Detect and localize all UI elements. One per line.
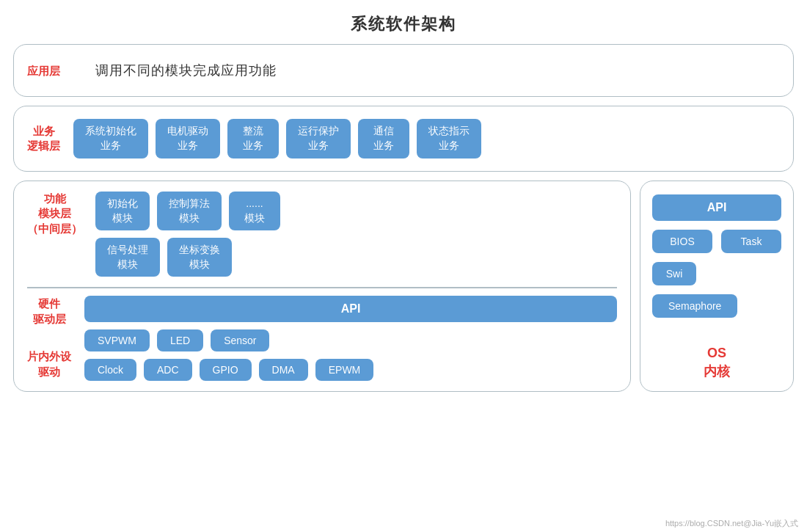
func-module-init: 初始化 模块 xyxy=(95,192,150,230)
periph-module-dma: DMA xyxy=(259,359,308,381)
func-row-2: 信号处理 模块 坐标变换 模块 xyxy=(95,238,280,277)
hw-api-bar: API xyxy=(84,296,617,322)
right-swi-btn: Swi xyxy=(652,262,696,285)
biz-module-5: 状态指示 业务 xyxy=(417,119,481,158)
right-panel: API BIOS Task Swi Semaphore OS 内核 xyxy=(640,181,794,392)
os-kernel-label: OS 内核 xyxy=(704,344,730,381)
biz-module-1: 电机驱动 业务 xyxy=(156,119,220,158)
periph-module-adc: ADC xyxy=(144,359,192,381)
periph-module-clock: Clock xyxy=(84,359,136,381)
periph-module-gpio: GPIO xyxy=(200,359,252,381)
biz-module-3: 运行保护 业务 xyxy=(286,119,351,158)
biz-modules: 系统初始化 业务 电机驱动 业务 整流 业务 运行保护 业务 通信 业务 状态指… xyxy=(73,119,481,158)
hw-modules-row: SVPWM LED Sensor xyxy=(84,329,617,351)
biz-module-2: 整流 业务 xyxy=(227,119,279,158)
biz-layer-label: 业务 逻辑层 xyxy=(27,124,60,154)
biz-layer-box: 业务 逻辑层 系统初始化 业务 电机驱动 业务 整流 业务 运行保护 业务 通信… xyxy=(13,106,794,172)
hw-label-col: 硬件 驱动层 片内外设 驱动 xyxy=(27,296,71,379)
page-title: 系统软件架构 xyxy=(0,0,807,44)
right-swi-row: Swi xyxy=(652,262,781,285)
left-combined-box: 功能 模块层 （中间层） 初始化 模块 控制算法 模块 ...... 模块 信号… xyxy=(13,181,631,392)
hw-content-col: API SVPWM LED Sensor Clock ADC GPIO D xyxy=(84,296,617,381)
watermark: https://blog.CSDN.net@Jia-Yu嵌入式 xyxy=(665,518,798,529)
app-layer-description: 调用不同的模块完成应用功能 xyxy=(95,62,277,79)
right-task-btn: Task xyxy=(721,230,781,253)
hw-driver-label: 硬件 驱动层 xyxy=(27,296,71,327)
func-layer-label: 功能 模块层 （中间层） xyxy=(27,192,82,236)
bottom-row: 功能 模块层 （中间层） 初始化 模块 控制算法 模块 ...... 模块 信号… xyxy=(13,181,794,392)
right-semaphore-row: Semaphore xyxy=(652,294,781,318)
periph-driver-label: 片内外设 驱动 xyxy=(27,349,71,379)
func-section: 功能 模块层 （中间层） 初始化 模块 控制算法 模块 ...... 模块 信号… xyxy=(14,181,630,287)
biz-module-0: 系统初始化 业务 xyxy=(73,119,148,158)
func-module-dots: ...... 模块 xyxy=(229,192,280,230)
app-layer-label: 应用层 xyxy=(27,63,60,79)
func-module-coord: 坐标变换 模块 xyxy=(167,238,232,277)
periph-module-epwm: EPWM xyxy=(315,359,374,381)
main-content: 应用层 调用不同的模块完成应用功能 业务 逻辑层 系统初始化 业务 电机驱动 业… xyxy=(0,44,807,399)
right-bios-task-row: BIOS Task xyxy=(652,230,781,253)
hw-module-svpwm: SVPWM xyxy=(84,329,150,351)
hw-module-sensor: Sensor xyxy=(211,329,269,351)
app-layer-box: 应用层 调用不同的模块完成应用功能 xyxy=(13,44,794,97)
right-api-bar: API xyxy=(652,194,781,221)
func-modules: 初始化 模块 控制算法 模块 ...... 模块 信号处理 模块 坐标变换 模块 xyxy=(95,192,280,277)
biz-module-4: 通信 业务 xyxy=(358,119,409,158)
hw-section: 硬件 驱动层 片内外设 驱动 API SVPWM LED Sensor xyxy=(14,288,630,391)
periph-modules-row: Clock ADC GPIO DMA EPWM xyxy=(84,359,617,381)
right-semaphore-btn: Semaphore xyxy=(652,294,737,318)
right-bios-btn: BIOS xyxy=(652,230,712,253)
func-module-ctrl: 控制算法 模块 xyxy=(157,192,222,230)
hw-section-inner: 硬件 驱动层 片内外设 驱动 API SVPWM LED Sensor xyxy=(27,296,617,381)
func-module-signal: 信号处理 模块 xyxy=(95,238,160,277)
func-row-1: 初始化 模块 控制算法 模块 ...... 模块 xyxy=(95,192,280,230)
hw-module-led: LED xyxy=(157,329,203,351)
